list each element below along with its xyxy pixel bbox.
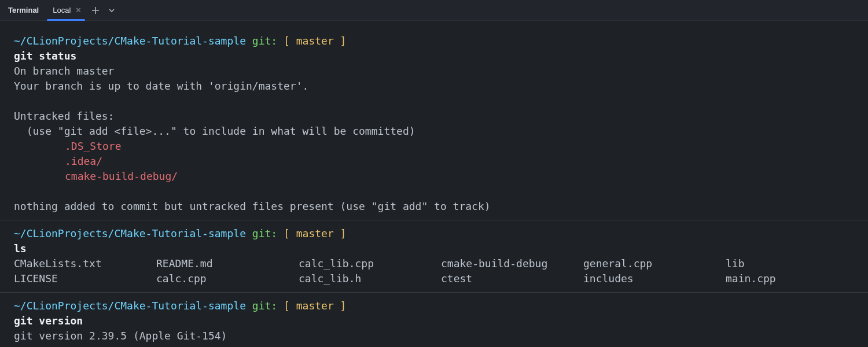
untracked-line: cmake-build-debug/ bbox=[14, 169, 854, 184]
prompt-branch-open: [ bbox=[284, 35, 290, 47]
prompt-path: ~/CLionProjects/CMake-Tutorial-sample bbox=[14, 227, 246, 239]
prompt-branch-open: [ bbox=[284, 300, 290, 312]
file: cmake-build-debug bbox=[441, 256, 569, 271]
plus-icon bbox=[91, 6, 100, 14]
command: git status bbox=[14, 49, 854, 64]
prompt-branch: master bbox=[296, 35, 334, 47]
new-tab-button[interactable] bbox=[87, 2, 104, 19]
prompt-line: ~/CLionProjects/CMake-Tutorial-sample gi… bbox=[14, 298, 854, 313]
output-line: (use "git add <file>..." to include in w… bbox=[14, 124, 854, 139]
file: main.cpp bbox=[726, 271, 854, 286]
prompt-line: ~/CLionProjects/CMake-Tutorial-sample gi… bbox=[14, 34, 854, 49]
file: general.cpp bbox=[583, 256, 712, 271]
file: ctest bbox=[441, 271, 569, 286]
toolwindow-title: Terminal bbox=[6, 6, 45, 14]
prompt-branch: master bbox=[296, 227, 334, 239]
file: LICENSE bbox=[14, 271, 142, 286]
prompt-branch-close: ] bbox=[340, 227, 347, 239]
chevron-down-icon bbox=[108, 7, 115, 14]
block-separator bbox=[0, 292, 868, 293]
prompt-line: ~/CLionProjects/CMake-Tutorial-sample gi… bbox=[14, 226, 854, 241]
output-line: nothing added to commit but untracked fi… bbox=[14, 199, 854, 214]
file: calc_lib.cpp bbox=[299, 256, 427, 271]
file: README.md bbox=[156, 256, 285, 271]
file: calc.cpp bbox=[156, 271, 285, 286]
file: lib bbox=[726, 256, 854, 271]
terminal-block: ~/CLionProjects/CMake-Tutorial-sample gi… bbox=[14, 224, 854, 289]
prompt-git: git: bbox=[252, 300, 277, 312]
ls-output: CMakeLists.txt README.md calc_lib.cpp cm… bbox=[14, 256, 854, 286]
tab-menu-button[interactable] bbox=[104, 2, 120, 19]
terminal-viewport[interactable]: ~/CLionProjects/CMake-Tutorial-sample gi… bbox=[0, 21, 868, 347]
output-line: git version 2.39.5 (Apple Git-154) bbox=[14, 328, 854, 344]
prompt-path: ~/CLionProjects/CMake-Tutorial-sample bbox=[14, 35, 246, 47]
output-line: On branch master bbox=[14, 64, 854, 79]
output-line: Your branch is up to date with 'origin/m… bbox=[14, 79, 854, 94]
prompt-branch: master bbox=[296, 300, 334, 312]
prompt-git: git: bbox=[252, 35, 277, 47]
terminal-tabbar: Terminal Local ✕ bbox=[0, 0, 868, 21]
command: git version bbox=[14, 313, 854, 328]
untracked-line: .DS_Store bbox=[14, 139, 854, 154]
terminal-block: ~/CLionProjects/CMake-Tutorial-sample gi… bbox=[14, 31, 854, 216]
prompt-git: git: bbox=[252, 227, 277, 239]
prompt-path: ~/CLionProjects/CMake-Tutorial-sample bbox=[14, 300, 246, 312]
file: CMakeLists.txt bbox=[14, 256, 142, 271]
tab-label: Local bbox=[53, 6, 71, 14]
tab-local[interactable]: Local ✕ bbox=[45, 0, 87, 21]
prompt-branch-close: ] bbox=[340, 35, 347, 47]
file: calc_lib.h bbox=[299, 271, 427, 286]
terminal-block: ~/CLionProjects/CMake-Tutorial-sample gi… bbox=[14, 296, 854, 346]
output-line: Untracked files: bbox=[14, 109, 854, 124]
untracked-line: .idea/ bbox=[14, 154, 854, 169]
command: ls bbox=[14, 241, 854, 256]
close-icon[interactable]: ✕ bbox=[75, 6, 82, 14]
prompt-branch-open: [ bbox=[284, 227, 290, 239]
file: includes bbox=[583, 271, 712, 286]
block-separator bbox=[0, 220, 868, 220]
prompt-branch-close: ] bbox=[340, 300, 347, 312]
